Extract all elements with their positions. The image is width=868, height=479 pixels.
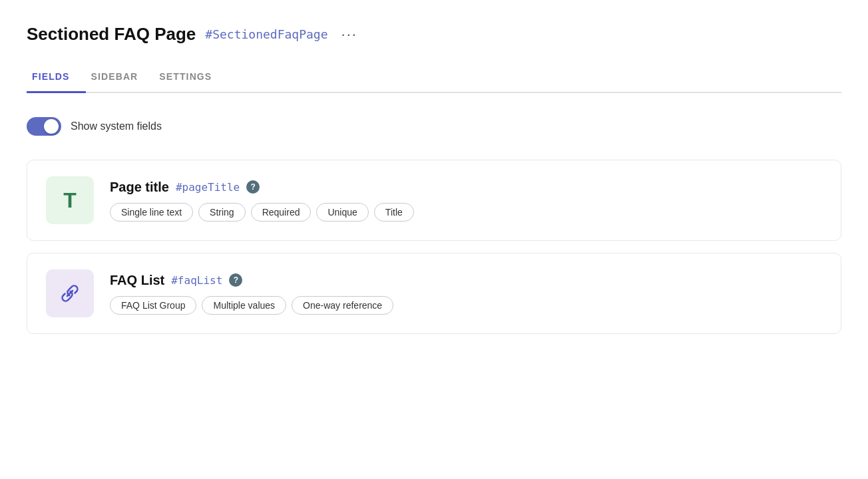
tag-string: String xyxy=(198,203,246,222)
faq-list-field-icon xyxy=(46,269,94,317)
tag-one-way-reference: One-way reference xyxy=(292,296,393,315)
tag-unique: Unique xyxy=(316,203,368,222)
page-title-icon-letter: T xyxy=(63,188,77,213)
tag-required: Required xyxy=(251,203,312,222)
link-icon xyxy=(58,281,82,305)
tag-multiple-values: Multiple values xyxy=(202,296,286,315)
faq-list-name-row: FAQ List #faqList ? xyxy=(110,273,393,288)
page-title-name: Page title xyxy=(110,180,169,195)
faq-list-name: FAQ List xyxy=(110,273,164,288)
tabs-bar: FIELDS SIDEBAR SETTINGS xyxy=(27,63,841,93)
system-fields-toggle[interactable] xyxy=(27,117,61,136)
page-title-hash: #pageTitle xyxy=(176,181,240,194)
page-title: Sectioned FAQ Page xyxy=(27,24,196,45)
tag-title: Title xyxy=(374,203,414,222)
tag-single-line-text: Single line text xyxy=(110,203,193,222)
faq-list-field-info: FAQ List #faqList ? FAQ List Group Multi… xyxy=(110,273,393,315)
tab-sidebar[interactable]: SIDEBAR xyxy=(86,63,154,93)
page-hash: #SectionedFaqPage xyxy=(205,27,327,41)
more-options-icon[interactable]: ··· xyxy=(341,26,357,43)
tab-fields[interactable]: FIELDS xyxy=(27,63,86,93)
faq-list-tags: FAQ List Group Multiple values One-way r… xyxy=(110,296,393,315)
system-fields-label: Show system fields xyxy=(71,120,162,132)
system-fields-toggle-row: Show system fields xyxy=(27,117,841,136)
faq-list-field-card: FAQ List #faqList ? FAQ List Group Multi… xyxy=(27,253,841,334)
page-title-field-card: T Page title #pageTitle ? Single line te… xyxy=(27,160,841,241)
page-title-field-info: Page title #pageTitle ? Single line text… xyxy=(110,180,414,222)
page-title-name-row: Page title #pageTitle ? xyxy=(110,180,414,195)
page-title-tags: Single line text String Required Unique … xyxy=(110,203,414,222)
faq-list-hash: #faqList xyxy=(171,274,222,287)
page-title-help-icon[interactable]: ? xyxy=(246,180,260,194)
page-title-field-icon: T xyxy=(46,176,94,224)
faq-list-help-icon[interactable]: ? xyxy=(229,273,242,287)
tab-settings[interactable]: SETTINGS xyxy=(154,63,228,93)
page-header: Sectioned FAQ Page #SectionedFaqPage ··· xyxy=(27,24,841,45)
tag-faq-list-group: FAQ List Group xyxy=(110,296,196,315)
